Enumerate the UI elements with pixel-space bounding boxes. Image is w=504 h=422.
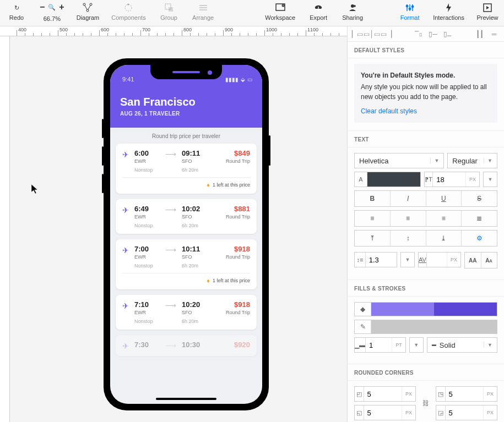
align-top-button[interactable]: ⎺▯ bbox=[412, 29, 425, 40]
export-button[interactable]: Export bbox=[307, 2, 329, 21]
components-button[interactable]: Components bbox=[111, 2, 145, 21]
distribute-v-button[interactable]: ═ bbox=[487, 29, 501, 40]
workspace-button[interactable]: Workspace bbox=[265, 2, 295, 21]
font-weight-select[interactable]: Regular▼ bbox=[447, 153, 497, 168]
letter-spacing-icon: AV bbox=[419, 253, 427, 267]
stroke-width-field[interactable] bbox=[366, 341, 392, 349]
stroke-width-dropdown[interactable]: ▼ bbox=[409, 337, 424, 353]
align-bottom-button[interactable]: ▯⎽ bbox=[441, 29, 454, 40]
notice-body: Any style you pick now will be applied t… bbox=[361, 83, 487, 101]
text-color-swatch[interactable] bbox=[367, 172, 420, 187]
line-icon: ━ bbox=[432, 341, 436, 349]
font-size-field[interactable] bbox=[433, 176, 465, 184]
redo-button[interactable]: ↻ Redo bbox=[6, 2, 28, 21]
flame-icon: ♦ bbox=[207, 277, 210, 284]
group-button[interactable]: Group bbox=[158, 2, 180, 21]
phone-notch bbox=[150, 65, 222, 79]
flight-card-faded: ✈7:30⟶10:30$920 bbox=[116, 335, 257, 356]
text-settings-button[interactable]: ⚙ bbox=[462, 231, 497, 246]
sharing-icon bbox=[347, 2, 358, 13]
text-align-row: ≡ ≡ ≡ ≣ bbox=[354, 210, 497, 227]
corner-br-input[interactable]: ◲PX bbox=[436, 405, 497, 420]
corner-bl-icon: ◱ bbox=[355, 405, 364, 420]
flight-card[interactable]: ✈ 6:49EWRNonstop ⟶ 10:02SFO6h 20m $881Ro… bbox=[116, 199, 257, 234]
text-align-justify-button[interactable]: ≣ bbox=[462, 211, 497, 226]
zoom-out-button[interactable]: − bbox=[40, 2, 45, 12]
corner-tl-icon: ◰ bbox=[355, 387, 364, 401]
corner-br-icon: ◲ bbox=[436, 405, 446, 420]
svg-point-12 bbox=[411, 6, 414, 8]
fills-section-title: FILLS & STROKES bbox=[348, 280, 504, 297]
font-size-dropdown[interactable]: ▼ bbox=[483, 172, 497, 187]
flight-card[interactable]: ✈ 7:00EWRNonstop ⟶ 10:11SFO6h 20m $918Ro… bbox=[116, 239, 257, 289]
chevron-down-icon: ▼ bbox=[488, 177, 493, 182]
chevron-down-icon: ▼ bbox=[484, 342, 492, 348]
text-align-center-button[interactable]: ≡ bbox=[391, 211, 426, 226]
corner-bl-input[interactable]: ◱PX bbox=[354, 405, 416, 420]
signal-icon: ▮▮▮▮ bbox=[225, 76, 239, 83]
fill-icon: ◆ bbox=[355, 303, 371, 316]
diagram-button[interactable]: Diagram bbox=[77, 2, 100, 21]
canvas[interactable]: 9:41 ▮▮▮▮ ⬙ ▭ San Francisco AUG 26, 1 TR… bbox=[10, 36, 347, 422]
link-corners-button[interactable]: ⛓ bbox=[420, 399, 431, 407]
corner-tr-input[interactable]: ◳PX bbox=[436, 386, 497, 402]
flight-card[interactable]: ✈ 7:10EWRNonstop ⟶ 10:20SFO6h 20m $918Ro… bbox=[116, 295, 257, 330]
vertical-ruler bbox=[0, 36, 10, 422]
text-align-left-button[interactable]: ≡ bbox=[355, 211, 391, 226]
arrange-button[interactable]: Arrange bbox=[192, 2, 214, 21]
strike-button[interactable]: S bbox=[462, 191, 497, 206]
hero-section: San Francisco AUG 26, 1 TRAVELER bbox=[110, 87, 262, 128]
text-color-input[interactable]: A bbox=[354, 172, 421, 187]
chevron-down-icon: ▼ bbox=[405, 257, 410, 262]
align-left-button[interactable]: ▏▭ bbox=[351, 29, 364, 40]
text-style-row: B I U S bbox=[354, 190, 497, 207]
valign-middle-button[interactable]: ↕ bbox=[391, 231, 426, 246]
phone-frame[interactable]: 9:41 ▮▮▮▮ ⬙ ▭ San Francisco AUG 26, 1 TR… bbox=[104, 58, 269, 410]
stroke-width-input[interactable]: ▁▬ PT bbox=[354, 337, 406, 353]
svg-point-3 bbox=[125, 4, 132, 11]
line-height-field[interactable] bbox=[366, 256, 397, 264]
stroke-color-control[interactable]: ✎ bbox=[354, 320, 497, 334]
arrange-icon bbox=[198, 2, 209, 13]
stroke-style-select[interactable]: ━Solid ▼ bbox=[427, 337, 497, 353]
capitalize-button[interactable]: Aᴀ bbox=[481, 253, 497, 268]
valign-bottom-button[interactable]: ⤓ bbox=[426, 231, 462, 246]
line-height-input[interactable]: ↕≡ bbox=[354, 252, 397, 267]
distribute-h-button[interactable]: ┃┃ bbox=[473, 29, 486, 40]
fill-color-control[interactable]: ◆ bbox=[354, 302, 497, 316]
line-height-dropdown[interactable]: ▼ bbox=[400, 252, 415, 267]
stroke-icon: ✎ bbox=[355, 320, 371, 333]
default-styles-notice: You're in Default Styles mode. Any style… bbox=[354, 64, 497, 123]
valign-top-button[interactable]: ⤒ bbox=[355, 231, 391, 246]
font-size-input[interactable]: ⁋T PX bbox=[424, 172, 480, 187]
chevron-down-icon: ▼ bbox=[430, 158, 439, 163]
interactions-tab[interactable]: Interactions bbox=[433, 2, 464, 21]
underline-button[interactable]: U bbox=[426, 191, 462, 206]
uppercase-button[interactable]: AA bbox=[465, 253, 481, 268]
corner-tl-input[interactable]: ◰PX bbox=[354, 386, 416, 402]
flight-card[interactable]: ✈ 6:00EWRNonstop ⟶ 09:11SFO6h 20m $849Ro… bbox=[116, 144, 257, 194]
align-middle-button[interactable]: ▯─ bbox=[426, 29, 440, 40]
font-size-icon: ⁋T bbox=[425, 172, 433, 187]
bold-button[interactable]: B bbox=[355, 191, 391, 206]
letter-spacing-input[interactable]: AV PX bbox=[418, 252, 461, 267]
letter-spacing-field[interactable] bbox=[427, 256, 447, 264]
zoom-in-button[interactable]: + bbox=[59, 2, 64, 12]
text-align-right-button[interactable]: ≡ bbox=[426, 211, 462, 226]
font-family-select[interactable]: Helvetica▼ bbox=[354, 153, 444, 168]
preview-tab[interactable]: Preview bbox=[476, 2, 498, 21]
zoom-control[interactable]: − 🔍 + 66.7% bbox=[40, 2, 64, 22]
align-center-h-button[interactable]: ▭│▭ bbox=[365, 29, 378, 40]
arrow-icon: ⟶ bbox=[165, 205, 176, 214]
flight-list: ✈ 6:00EWRNonstop ⟶ 09:11SFO6h 20m $849Ro… bbox=[110, 144, 262, 356]
italic-button[interactable]: I bbox=[391, 191, 426, 206]
format-tab[interactable]: Format bbox=[399, 2, 421, 21]
components-icon bbox=[123, 2, 134, 13]
plane-icon: ✈ bbox=[122, 246, 129, 255]
preview-icon bbox=[482, 2, 493, 13]
sharing-button[interactable]: Sharing bbox=[342, 2, 364, 21]
zoom-value: 66.7% bbox=[44, 15, 61, 22]
clear-defaults-link[interactable]: Clear default styles bbox=[361, 106, 417, 116]
align-right-button[interactable]: ▭▕ bbox=[380, 29, 393, 40]
svg-point-4 bbox=[128, 4, 129, 6]
